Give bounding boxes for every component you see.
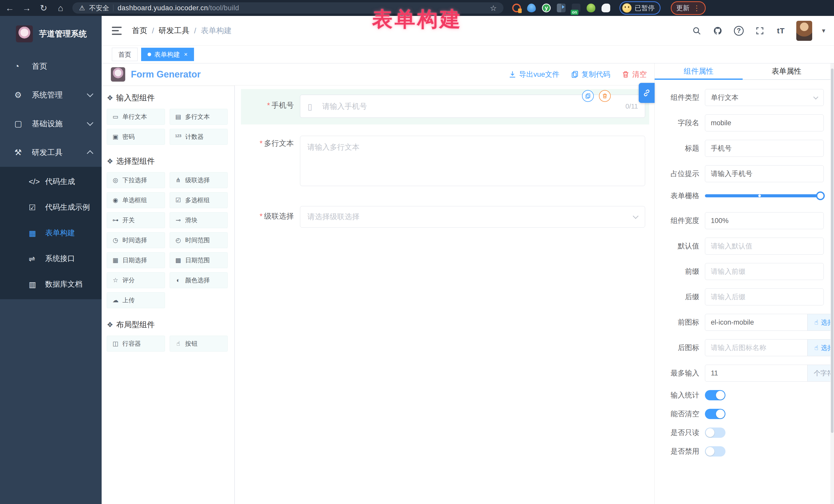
tab-form-props[interactable]: 表单属性 xyxy=(743,63,831,79)
field-name-input[interactable] xyxy=(705,114,824,131)
scrollbar[interactable] xyxy=(830,63,834,504)
canvas-field-cascader[interactable]: *级联选择 请选择级联选择 xyxy=(241,200,649,234)
component-switch[interactable]: ⊶开关 xyxy=(107,212,165,228)
sidebar-item-db-docs[interactable]: ▥ 数据库文档 xyxy=(0,271,102,297)
component-upload[interactable]: ☁上传 xyxy=(107,292,165,308)
slider-track[interactable] xyxy=(705,194,824,197)
prefix-icon-input[interactable] xyxy=(705,314,808,331)
cascader-input[interactable]: 请选择级联选择 xyxy=(300,206,645,227)
component-single-line-text[interactable]: ▭单行文本 xyxy=(107,109,165,125)
max-length-input[interactable] xyxy=(705,365,808,381)
component-rate[interactable]: ☆评分 xyxy=(107,272,165,288)
component-button[interactable]: ☝按钮 xyxy=(170,336,228,352)
extension-icon-6[interactable] xyxy=(587,4,595,12)
readonly-toggle[interactable] xyxy=(705,428,725,438)
default-value-input[interactable] xyxy=(705,238,824,255)
slider-handle[interactable] xyxy=(816,192,825,200)
tag-home[interactable]: 首页 xyxy=(112,48,137,61)
panel-drag-handle[interactable] xyxy=(639,83,655,103)
component-time-picker[interactable]: ◷时间选择 xyxy=(107,232,165,248)
puzzle-extensions-icon[interactable] xyxy=(601,4,610,12)
export-vue-button[interactable]: 导出vue文件 xyxy=(508,69,559,79)
prop-row-title: 标题 xyxy=(657,140,824,157)
extension-icon-1[interactable] xyxy=(512,4,521,12)
github-icon[interactable] xyxy=(712,25,723,37)
textarea-input[interactable] xyxy=(300,136,645,186)
disabled-toggle[interactable] xyxy=(705,446,725,457)
font-size-icon[interactable]: tT xyxy=(775,25,787,37)
prop-row-width: 组件宽度 xyxy=(657,212,824,229)
form-grid-slider[interactable] xyxy=(705,191,824,201)
help-icon[interactable]: ? xyxy=(733,25,744,37)
sidebar-item-infrastructure[interactable]: ▢ 基础设施 xyxy=(0,109,102,138)
browser-forward-icon[interactable]: → xyxy=(22,3,32,13)
profile-paused-pill[interactable]: 已暂停 xyxy=(619,1,660,15)
avatar-caret-icon[interactable]: ▾ xyxy=(822,27,825,35)
prop-row-prefix-icon: 前图标 ☝选择 xyxy=(657,314,824,331)
placeholder-input[interactable] xyxy=(705,165,824,182)
component-date-range[interactable]: ▩日期范围 xyxy=(170,252,228,268)
sidebar-item-home[interactable]: ◔ 首页 xyxy=(0,52,102,81)
component-width-input[interactable] xyxy=(705,212,824,229)
clear-button[interactable]: 清空 xyxy=(621,69,647,79)
extension-icon-4[interactable] xyxy=(557,4,566,12)
bookmark-star-icon[interactable]: ☆ xyxy=(490,4,497,13)
breadcrumb-home[interactable]: 首页 xyxy=(132,25,147,36)
suffix-input[interactable] xyxy=(705,288,824,305)
sidebar-item-code-generation[interactable]: </> 代码生成 xyxy=(0,169,102,195)
paused-label: 已暂停 xyxy=(635,4,655,13)
canvas-field-mobile[interactable]: *手机号 ▯ 0/11 xyxy=(241,89,649,125)
browser-menu-icon[interactable]: ⋮ xyxy=(693,4,700,12)
component-date-picker[interactable]: ▦日期选择 xyxy=(107,252,165,268)
duplicate-field-button[interactable] xyxy=(582,90,594,102)
tab-component-props[interactable]: 组件属性 xyxy=(655,63,743,79)
component-color-picker[interactable]: ◐颜色选择 xyxy=(170,272,228,288)
scrollbar-thumb[interactable] xyxy=(831,68,833,433)
address-bar[interactable]: ⚠ 不安全 dashboard.yudao.iocoder.cn/tool/bu… xyxy=(72,2,503,14)
tag-form-builder[interactable]: 表单构建 × xyxy=(141,48,194,61)
component-multi-line-text[interactable]: ▤多行文本 xyxy=(170,109,228,125)
component-cascader[interactable]: ⋔级联选择 xyxy=(170,172,228,188)
component-row-container[interactable]: ◫行容器 xyxy=(107,336,165,352)
component-counter[interactable]: ¹²³计数器 xyxy=(170,129,228,145)
breadcrumb-dev-tools[interactable]: 研发工具 xyxy=(159,25,190,36)
canvas-field-textarea[interactable]: *多行文本 xyxy=(241,130,649,194)
delete-field-button[interactable] xyxy=(599,90,611,102)
sidebar-item-code-gen-example[interactable]: ☑ 代码生成示例 xyxy=(0,195,102,220)
sidebar-item-system-api[interactable]: ⇌ 系统接口 xyxy=(0,246,102,271)
component-slider[interactable]: ⊸滑块 xyxy=(170,212,228,228)
tag-close-icon[interactable]: × xyxy=(184,51,188,58)
user-avatar[interactable] xyxy=(796,21,812,41)
breadcrumb-separator: / xyxy=(152,26,154,35)
clear-label: 清空 xyxy=(632,69,647,79)
extension-icon-2[interactable] xyxy=(527,4,536,12)
component-radio-group[interactable]: ◉单选框组 xyxy=(107,192,165,208)
browser-reload-icon[interactable]: ↻ xyxy=(39,3,49,13)
component-time-range[interactable]: ◴时间范围 xyxy=(170,232,228,248)
component-password[interactable]: ▣密码 xyxy=(107,129,165,145)
browser-back-icon[interactable]: ← xyxy=(5,3,15,13)
fullscreen-icon[interactable] xyxy=(754,25,766,37)
extension-icon-3[interactable] xyxy=(542,4,551,12)
search-icon[interactable] xyxy=(691,25,702,37)
copy-code-button[interactable]: 复制代码 xyxy=(571,69,610,79)
sidebar-collapse-icon[interactable] xyxy=(112,27,122,35)
prefix-icon-select-button[interactable]: ☝选择 xyxy=(808,314,834,331)
suffix-icon-select-button[interactable]: ☝选择 xyxy=(808,339,834,356)
clearable-toggle[interactable] xyxy=(705,409,725,419)
title-input[interactable] xyxy=(705,140,824,157)
suffix-icon-input[interactable] xyxy=(705,339,808,356)
not-secure-label[interactable]: 不安全 xyxy=(89,4,109,13)
component-type-select[interactable] xyxy=(705,89,824,106)
sidebar-item-system-management[interactable]: ⚙ 系统管理 xyxy=(0,81,102,109)
word-limit-toggle[interactable] xyxy=(705,390,725,400)
extension-icon-5[interactable] xyxy=(572,4,580,12)
app-logo-row[interactable]: 芋道管理系统 xyxy=(0,16,102,52)
prefix-input[interactable] xyxy=(705,263,824,280)
component-checkbox-group[interactable]: ☑多选框组 xyxy=(170,192,228,208)
browser-update-button[interactable]: 更新 ⋮ xyxy=(671,1,706,15)
sidebar-item-form-builder[interactable]: ▦ 表单构建 xyxy=(0,220,102,246)
component-dropdown-select[interactable]: ◎下拉选择 xyxy=(107,172,165,188)
browser-home-icon[interactable]: ⌂ xyxy=(56,3,66,13)
sidebar-item-dev-tools[interactable]: ⚒ 研发工具 xyxy=(0,138,102,167)
